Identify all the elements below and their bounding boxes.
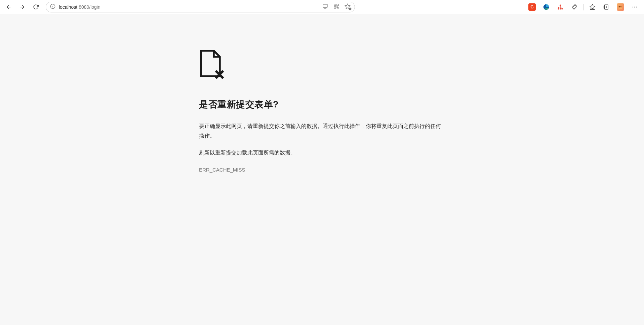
svg-point-17 <box>560 8 561 9</box>
error-code: ERR_CACHE_MISS <box>199 167 441 173</box>
more-menu-icon[interactable] <box>628 2 641 12</box>
url-text: localhost:8080/login <box>59 4 319 10</box>
svg-rect-8 <box>337 7 337 7</box>
svg-rect-27 <box>619 7 622 9</box>
error-container: 是否重新提交表单? 要正确显示此网页，请重新提交你之前输入的数据。通过执行此操作… <box>199 14 441 173</box>
svg-rect-7 <box>334 7 336 8</box>
ext-sitemap-icon[interactable] <box>554 2 567 12</box>
back-button[interactable] <box>3 2 15 12</box>
svg-rect-3 <box>323 4 327 7</box>
svg-point-28 <box>633 6 633 7</box>
error-description-1: 要正确显示此网页，请重新提交你之前输入的数据。通过执行此操作，你将重复此页面之前… <box>199 121 441 141</box>
favorite-star-icon[interactable] <box>345 3 351 11</box>
desktop-icon[interactable] <box>322 3 328 10</box>
ext-c-icon[interactable]: C <box>525 2 539 12</box>
url-host: localhost <box>59 4 77 10</box>
forward-button[interactable] <box>16 2 28 12</box>
svg-point-25 <box>619 6 620 7</box>
svg-marker-19 <box>590 4 595 9</box>
collections-icon[interactable] <box>600 2 613 12</box>
broken-page-icon <box>199 49 441 82</box>
svg-point-30 <box>636 6 637 7</box>
refresh-button[interactable] <box>30 2 42 12</box>
svg-rect-9 <box>338 8 338 8</box>
error-description-2: 刷新以重新提交加载此页面所需的数据。 <box>199 148 441 157</box>
url-path: :8080/login <box>77 4 100 10</box>
svg-rect-6 <box>337 4 338 6</box>
site-info-icon[interactable] <box>50 4 55 10</box>
svg-point-26 <box>620 6 622 7</box>
address-bar[interactable]: localhost:8080/login <box>46 2 355 12</box>
extensions-icon[interactable] <box>568 2 581 12</box>
browser-toolbar: localhost:8080/login C <box>0 0 644 14</box>
page-content: 是否重新提交表单? 要正确显示此网页，请重新提交你之前输入的数据。通过执行此操作… <box>0 14 644 325</box>
favorites-icon[interactable] <box>586 2 599 12</box>
svg-point-18 <box>562 8 563 9</box>
toolbar-right: C <box>525 2 641 12</box>
svg-rect-22 <box>604 5 605 8</box>
svg-point-29 <box>634 6 635 7</box>
qr-icon[interactable] <box>333 3 339 10</box>
svg-point-15 <box>560 5 561 6</box>
svg-rect-5 <box>334 4 336 6</box>
ext-avatar-icon[interactable] <box>614 2 627 12</box>
toolbar-divider <box>583 4 583 10</box>
ext-edge-icon[interactable] <box>539 2 553 12</box>
error-title: 是否重新提交表单? <box>199 98 441 110</box>
svg-point-16 <box>558 8 559 9</box>
